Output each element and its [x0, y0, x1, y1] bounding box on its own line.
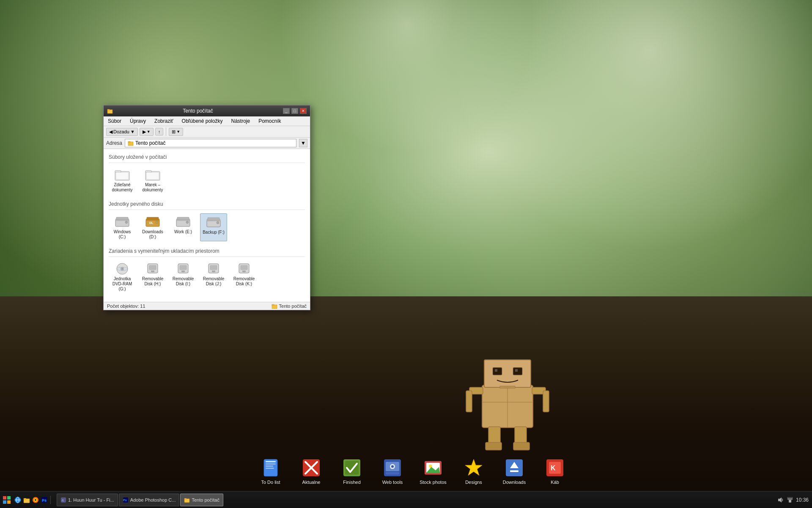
downloads-icon [504, 458, 524, 478]
taskbar-ie-icon[interactable] [14, 496, 22, 504]
back-button[interactable]: ◀ Dozadu ▼ [106, 128, 138, 136]
drive-e[interactable]: Work (E:) [170, 213, 197, 241]
taskbar-quicklaunch: Ps [12, 496, 51, 504]
svg-rect-109 [789, 500, 791, 502]
drive-d[interactable]: DL Downloads (D:) [139, 213, 166, 241]
kab-label: Káb [551, 480, 559, 485]
svg-text:DL: DL [149, 221, 154, 224]
window-titlebar: Tento počítač _ □ ✕ [104, 105, 310, 116]
drive-d-icon: DL [145, 215, 160, 228]
desktop-icon-todo[interactable]: To Do list [254, 456, 288, 487]
menu-edit[interactable]: Úpravy [127, 117, 148, 125]
desktop-icon-kab[interactable]: K Káb [538, 456, 572, 487]
drive-k[interactable]: Removable Disk (K:) [230, 260, 258, 293]
menu-tools[interactable]: Nástroje [228, 117, 252, 125]
drive-c-label: Windows (C:) [110, 229, 134, 240]
svg-rect-63 [266, 461, 276, 462]
taskbar-firefox-icon[interactable] [31, 496, 40, 504]
desktop-icon-designs[interactable]: Designs [457, 456, 491, 487]
drive-f-icon [206, 215, 221, 228]
desktop-icon-finished[interactable]: Finished [335, 456, 369, 487]
drive-c-icon [115, 215, 130, 228]
desktop: Tento počítač _ □ ✕ Súbor Úpravy Zobrazi… [0, 0, 812, 508]
desktop-icon-downloads[interactable]: Downloads [497, 456, 531, 487]
svg-rect-20 [128, 141, 130, 142]
svg-rect-26 [146, 172, 159, 179]
taskbar-left: Ps [0, 496, 55, 504]
svg-rect-91 [7, 500, 11, 504]
removable-section-header: Zariadenia s vymeniteľným ukladacím prie… [109, 246, 305, 257]
svg-rect-60 [272, 305, 277, 309]
drive-k-label: Removable Disk (K:) [232, 276, 256, 287]
drive-dvd-icon [115, 262, 130, 275]
start-button[interactable] [3, 496, 11, 504]
svg-point-39 [186, 221, 189, 224]
folder-shared[interactable]: Zdieľané dokumenty [109, 166, 136, 194]
svg-rect-38 [177, 217, 189, 220]
menu-favorites[interactable]: Obľúbené položky [179, 117, 225, 125]
address-value: Tento počítač [135, 140, 165, 146]
drive-i[interactable]: Removable Disk (I:) [170, 260, 197, 293]
svg-rect-55 [210, 265, 217, 270]
svg-rect-106 [184, 499, 189, 502]
address-folder-icon [128, 140, 134, 146]
menu-file[interactable]: Súbor [105, 117, 124, 125]
svg-point-76 [391, 465, 394, 468]
drive-j[interactable]: Removable Disk (J:) [200, 260, 227, 293]
status-count: Počet objektov: 11 [107, 304, 145, 309]
folder-marek[interactable]: Marek – dokumenty [139, 166, 166, 194]
music-icon: ♫ [60, 497, 66, 503]
taskbar-folder-icon[interactable] [22, 496, 31, 504]
svg-rect-53 [181, 271, 185, 272]
address-label: Adresa [106, 140, 122, 146]
svg-rect-22 [115, 171, 121, 172]
menu-help[interactable]: Pomocník [256, 117, 283, 125]
view-button[interactable]: ⊞ ▼ [169, 128, 183, 136]
svg-point-43 [217, 221, 219, 224]
svg-marker-108 [778, 497, 782, 502]
drive-j-label: Removable Disk (J:) [202, 276, 225, 287]
taskbar-app-explorer[interactable]: Tento počítač [180, 494, 223, 506]
forward-button[interactable]: ▶ ▼ [140, 128, 154, 136]
maximize-button[interactable]: □ [291, 108, 298, 114]
minimize-button[interactable]: _ [283, 108, 290, 114]
drive-dvd[interactable]: Jednotka DVD-RAM (G:) [109, 260, 136, 293]
taskbar-app-music[interactable]: ♫ 1. Huun Huur Tu - Fi... [57, 494, 118, 506]
close-button[interactable]: ✕ [300, 108, 307, 114]
up-button[interactable]: ↑ [155, 128, 164, 135]
address-field[interactable]: Tento počítač [125, 139, 296, 147]
svg-rect-6 [495, 369, 497, 372]
drive-f[interactable]: Backup (F:) [200, 213, 227, 241]
desktop-icon-aktualne[interactable]: Aktualne [294, 456, 328, 487]
status-folder-icon [272, 303, 277, 309]
svg-rect-29 [116, 217, 128, 220]
menu-view[interactable]: Zobraziť [152, 117, 176, 125]
danbo-figure [465, 334, 550, 453]
volume-icon[interactable] [777, 497, 784, 503]
taskbar-app-photoshop[interactable]: Ps Adobe Photoshop C... [119, 494, 180, 506]
network-icon[interactable] [787, 497, 793, 503]
svg-rect-89 [7, 496, 11, 500]
window-content: Súbory uložené v počítači Zdieľané dokum… [104, 149, 310, 302]
svg-rect-58 [241, 265, 247, 270]
stockphotos-icon [423, 458, 443, 478]
taskbar-photoshop-icon[interactable]: Ps [40, 496, 49, 504]
drive-h[interactable]: Removable Disk (H:) [139, 260, 166, 293]
svg-rect-56 [212, 271, 215, 272]
webtools-label: Web tools [382, 480, 403, 485]
address-dropdown[interactable]: ▼ [299, 139, 307, 147]
drive-c[interactable]: Windows (C:) [109, 213, 136, 241]
desktop-icon-webtools[interactable]: Web tools [376, 456, 409, 487]
drive-k-icon [236, 262, 252, 275]
aktualne-label: Aktualne [302, 480, 321, 485]
explorer-window: Tento počítač _ □ ✕ Súbor Úpravy Zobrazi… [103, 105, 310, 310]
svg-rect-49 [149, 265, 156, 270]
svg-rect-52 [180, 265, 187, 270]
svg-point-99 [35, 499, 36, 501]
todo-icon [261, 458, 281, 478]
desktop-icon-stockphotos[interactable]: Stock photos [416, 456, 450, 487]
svg-rect-107 [184, 498, 187, 499]
svg-rect-17 [107, 110, 112, 113]
drive-h-label: Removable Disk (H:) [141, 276, 165, 287]
svg-rect-88 [3, 496, 6, 500]
